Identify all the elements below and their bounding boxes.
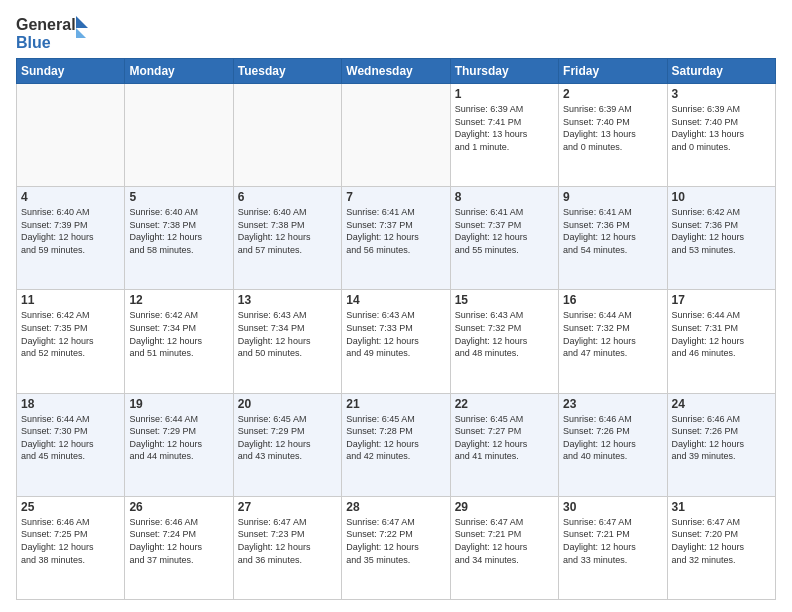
day-number: 19 <box>129 397 228 411</box>
calendar-day-cell: 8Sunrise: 6:41 AM Sunset: 7:37 PM Daylig… <box>450 187 558 290</box>
day-number: 16 <box>563 293 662 307</box>
day-number: 4 <box>21 190 120 204</box>
day-info: Sunrise: 6:46 AM Sunset: 7:24 PM Dayligh… <box>129 516 228 566</box>
calendar-table: SundayMondayTuesdayWednesdayThursdayFrid… <box>16 58 776 600</box>
day-info: Sunrise: 6:47 AM Sunset: 7:22 PM Dayligh… <box>346 516 445 566</box>
calendar-day-cell: 9Sunrise: 6:41 AM Sunset: 7:36 PM Daylig… <box>559 187 667 290</box>
header: GeneralBlue <box>16 12 776 52</box>
calendar-day-cell: 12Sunrise: 6:42 AM Sunset: 7:34 PM Dayli… <box>125 290 233 393</box>
day-info: Sunrise: 6:44 AM Sunset: 7:32 PM Dayligh… <box>563 309 662 359</box>
day-info: Sunrise: 6:44 AM Sunset: 7:30 PM Dayligh… <box>21 413 120 463</box>
calendar-day-header: Wednesday <box>342 59 450 84</box>
svg-marker-2 <box>76 16 88 28</box>
day-info: Sunrise: 6:40 AM Sunset: 7:38 PM Dayligh… <box>129 206 228 256</box>
day-number: 30 <box>563 500 662 514</box>
calendar-day-cell: 21Sunrise: 6:45 AM Sunset: 7:28 PM Dayli… <box>342 393 450 496</box>
day-number: 21 <box>346 397 445 411</box>
day-info: Sunrise: 6:41 AM Sunset: 7:37 PM Dayligh… <box>346 206 445 256</box>
day-info: Sunrise: 6:42 AM Sunset: 7:35 PM Dayligh… <box>21 309 120 359</box>
calendar-day-cell: 29Sunrise: 6:47 AM Sunset: 7:21 PM Dayli… <box>450 496 558 599</box>
logo: GeneralBlue <box>16 12 96 52</box>
day-info: Sunrise: 6:47 AM Sunset: 7:23 PM Dayligh… <box>238 516 337 566</box>
calendar-day-header: Thursday <box>450 59 558 84</box>
day-info: Sunrise: 6:46 AM Sunset: 7:26 PM Dayligh… <box>672 413 771 463</box>
calendar-day-cell: 28Sunrise: 6:47 AM Sunset: 7:22 PM Dayli… <box>342 496 450 599</box>
calendar-day-cell: 26Sunrise: 6:46 AM Sunset: 7:24 PM Dayli… <box>125 496 233 599</box>
calendar-day-cell: 7Sunrise: 6:41 AM Sunset: 7:37 PM Daylig… <box>342 187 450 290</box>
day-info: Sunrise: 6:40 AM Sunset: 7:38 PM Dayligh… <box>238 206 337 256</box>
calendar-day-cell <box>125 84 233 187</box>
day-number: 11 <box>21 293 120 307</box>
calendar-day-cell <box>233 84 341 187</box>
day-info: Sunrise: 6:39 AM Sunset: 7:41 PM Dayligh… <box>455 103 554 153</box>
day-info: Sunrise: 6:43 AM Sunset: 7:33 PM Dayligh… <box>346 309 445 359</box>
day-number: 8 <box>455 190 554 204</box>
day-number: 17 <box>672 293 771 307</box>
calendar-day-cell: 17Sunrise: 6:44 AM Sunset: 7:31 PM Dayli… <box>667 290 775 393</box>
calendar-day-cell: 19Sunrise: 6:44 AM Sunset: 7:29 PM Dayli… <box>125 393 233 496</box>
day-info: Sunrise: 6:46 AM Sunset: 7:25 PM Dayligh… <box>21 516 120 566</box>
day-number: 25 <box>21 500 120 514</box>
day-info: Sunrise: 6:47 AM Sunset: 7:21 PM Dayligh… <box>563 516 662 566</box>
day-number: 1 <box>455 87 554 101</box>
day-info: Sunrise: 6:40 AM Sunset: 7:39 PM Dayligh… <box>21 206 120 256</box>
calendar-day-header: Saturday <box>667 59 775 84</box>
day-info: Sunrise: 6:44 AM Sunset: 7:29 PM Dayligh… <box>129 413 228 463</box>
calendar-day-header: Monday <box>125 59 233 84</box>
calendar-day-cell: 2Sunrise: 6:39 AM Sunset: 7:40 PM Daylig… <box>559 84 667 187</box>
day-number: 7 <box>346 190 445 204</box>
day-number: 14 <box>346 293 445 307</box>
calendar-day-cell: 20Sunrise: 6:45 AM Sunset: 7:29 PM Dayli… <box>233 393 341 496</box>
day-number: 23 <box>563 397 662 411</box>
day-number: 12 <box>129 293 228 307</box>
calendar-day-cell: 10Sunrise: 6:42 AM Sunset: 7:36 PM Dayli… <box>667 187 775 290</box>
calendar-day-cell <box>17 84 125 187</box>
day-info: Sunrise: 6:43 AM Sunset: 7:32 PM Dayligh… <box>455 309 554 359</box>
day-info: Sunrise: 6:41 AM Sunset: 7:37 PM Dayligh… <box>455 206 554 256</box>
day-number: 15 <box>455 293 554 307</box>
day-number: 5 <box>129 190 228 204</box>
calendar-header-row: SundayMondayTuesdayWednesdayThursdayFrid… <box>17 59 776 84</box>
day-info: Sunrise: 6:39 AM Sunset: 7:40 PM Dayligh… <box>563 103 662 153</box>
calendar-week-row: 1Sunrise: 6:39 AM Sunset: 7:41 PM Daylig… <box>17 84 776 187</box>
calendar-day-cell: 27Sunrise: 6:47 AM Sunset: 7:23 PM Dayli… <box>233 496 341 599</box>
day-info: Sunrise: 6:43 AM Sunset: 7:34 PM Dayligh… <box>238 309 337 359</box>
calendar-day-cell: 11Sunrise: 6:42 AM Sunset: 7:35 PM Dayli… <box>17 290 125 393</box>
page: GeneralBlue SundayMondayTuesdayWednesday… <box>0 0 792 612</box>
day-info: Sunrise: 6:47 AM Sunset: 7:21 PM Dayligh… <box>455 516 554 566</box>
calendar-day-header: Tuesday <box>233 59 341 84</box>
calendar-day-cell: 31Sunrise: 6:47 AM Sunset: 7:20 PM Dayli… <box>667 496 775 599</box>
calendar-week-row: 25Sunrise: 6:46 AM Sunset: 7:25 PM Dayli… <box>17 496 776 599</box>
day-info: Sunrise: 6:45 AM Sunset: 7:28 PM Dayligh… <box>346 413 445 463</box>
svg-text:General: General <box>16 16 76 33</box>
day-number: 24 <box>672 397 771 411</box>
day-number: 3 <box>672 87 771 101</box>
calendar-day-header: Sunday <box>17 59 125 84</box>
calendar-week-row: 4Sunrise: 6:40 AM Sunset: 7:39 PM Daylig… <box>17 187 776 290</box>
svg-marker-3 <box>76 28 86 38</box>
calendar-day-cell: 13Sunrise: 6:43 AM Sunset: 7:34 PM Dayli… <box>233 290 341 393</box>
calendar-day-cell: 30Sunrise: 6:47 AM Sunset: 7:21 PM Dayli… <box>559 496 667 599</box>
day-number: 6 <box>238 190 337 204</box>
calendar-day-header: Friday <box>559 59 667 84</box>
calendar-day-cell: 1Sunrise: 6:39 AM Sunset: 7:41 PM Daylig… <box>450 84 558 187</box>
calendar-day-cell: 18Sunrise: 6:44 AM Sunset: 7:30 PM Dayli… <box>17 393 125 496</box>
day-number: 28 <box>346 500 445 514</box>
day-number: 20 <box>238 397 337 411</box>
calendar-day-cell <box>342 84 450 187</box>
day-number: 10 <box>672 190 771 204</box>
calendar-day-cell: 14Sunrise: 6:43 AM Sunset: 7:33 PM Dayli… <box>342 290 450 393</box>
calendar-day-cell: 4Sunrise: 6:40 AM Sunset: 7:39 PM Daylig… <box>17 187 125 290</box>
day-number: 9 <box>563 190 662 204</box>
calendar-day-cell: 6Sunrise: 6:40 AM Sunset: 7:38 PM Daylig… <box>233 187 341 290</box>
day-info: Sunrise: 6:41 AM Sunset: 7:36 PM Dayligh… <box>563 206 662 256</box>
day-number: 13 <box>238 293 337 307</box>
calendar-week-row: 18Sunrise: 6:44 AM Sunset: 7:30 PM Dayli… <box>17 393 776 496</box>
day-info: Sunrise: 6:42 AM Sunset: 7:34 PM Dayligh… <box>129 309 228 359</box>
day-info: Sunrise: 6:44 AM Sunset: 7:31 PM Dayligh… <box>672 309 771 359</box>
day-number: 2 <box>563 87 662 101</box>
calendar-day-cell: 15Sunrise: 6:43 AM Sunset: 7:32 PM Dayli… <box>450 290 558 393</box>
calendar-day-cell: 16Sunrise: 6:44 AM Sunset: 7:32 PM Dayli… <box>559 290 667 393</box>
calendar-day-cell: 24Sunrise: 6:46 AM Sunset: 7:26 PM Dayli… <box>667 393 775 496</box>
calendar-week-row: 11Sunrise: 6:42 AM Sunset: 7:35 PM Dayli… <box>17 290 776 393</box>
